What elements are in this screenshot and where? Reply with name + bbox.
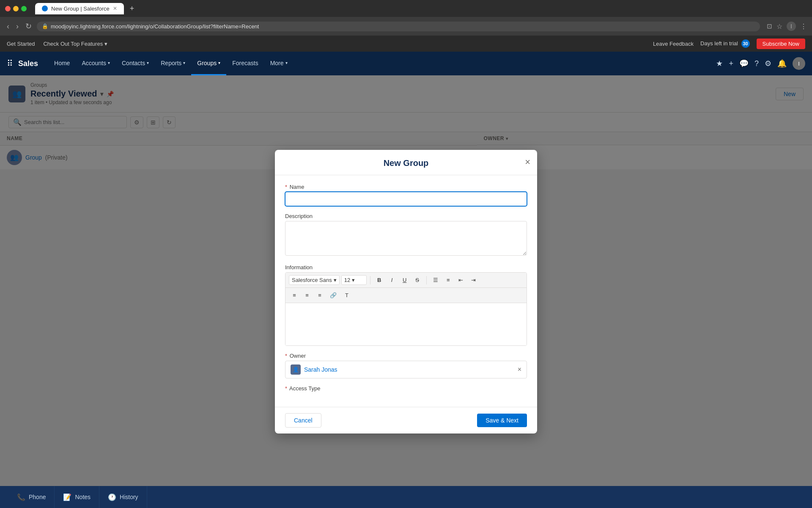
phone-bottom-item[interactable]: 📞 Phone	[8, 486, 55, 508]
nav-item-home[interactable]: Home	[48, 52, 76, 75]
modal-overlay: New Group × * Name Description	[0, 75, 812, 508]
browser-nav-icons: ⊡ ☆ I ⋮	[767, 22, 807, 31]
notes-icon: 📝	[63, 493, 71, 501]
lock-icon: 🔒	[42, 23, 48, 29]
name-input[interactable]	[285, 192, 527, 206]
profile-icon[interactable]: I	[787, 22, 796, 31]
help-icon[interactable]: ?	[754, 59, 759, 68]
nav-label-reports: Reports	[161, 60, 181, 66]
phone-label: Phone	[29, 494, 46, 500]
modal-close-button[interactable]: ×	[525, 157, 530, 168]
nav-label-more: More	[270, 60, 284, 66]
sf-page: 👥 Groups Recently Viewed ▾ 📌 1 item • Up…	[0, 75, 812, 508]
browser-nav: ‹ › ↻ 🔒 moodjoyinc.lightning.force.com/l…	[0, 17, 812, 36]
tab-title: New Group | Salesforce	[51, 6, 110, 12]
history-icon: 🕐	[108, 493, 116, 501]
access-type-field-group: * Access Type	[285, 385, 527, 392]
leave-feedback-link[interactable]: Leave Feedback	[653, 41, 694, 47]
font-family-value: Salesforce Sans	[292, 277, 332, 283]
app-name[interactable]: Sales	[18, 59, 38, 68]
description-textarea[interactable]	[285, 221, 527, 256]
browser-toolbar: Get Started Check Out Top Features ▾ Lea…	[0, 36, 812, 52]
access-type-required-indicator: *	[285, 385, 287, 392]
address-bar[interactable]: 🔒 moodjoyinc.lightning.force.com/lightni…	[37, 22, 760, 31]
nav-item-contacts[interactable]: Contacts ▾	[116, 52, 155, 75]
font-size-select[interactable]: 12 ▾	[341, 275, 367, 285]
top-features-chevron: ▾	[104, 41, 107, 47]
insert-link-button[interactable]: 🔗	[327, 290, 340, 300]
top-features-link[interactable]: Check Out Top Features ▾	[43, 41, 107, 47]
add-icon[interactable]: +	[729, 59, 733, 68]
cancel-button[interactable]: Cancel	[285, 413, 321, 428]
tab-close-button[interactable]: ✕	[113, 6, 117, 11]
contacts-chevron-icon: ▾	[147, 61, 149, 65]
setup-icon[interactable]: ⚙	[765, 59, 771, 68]
align-right-button[interactable]: ≡	[314, 290, 325, 300]
subscribe-now-button[interactable]: Subscribe Now	[757, 39, 805, 49]
modal-header: New Group ×	[275, 150, 537, 175]
notes-bottom-item[interactable]: 📝 Notes	[55, 486, 99, 508]
history-bottom-item[interactable]: 🕐 History	[99, 486, 147, 508]
app-launcher-icon[interactable]: ⠿	[7, 58, 13, 69]
description-field-group: Description	[285, 213, 527, 257]
align-left-button[interactable]: ≡	[289, 290, 300, 300]
browser-tab[interactable]: New Group | Salesforce ✕	[35, 3, 124, 14]
notifications-icon[interactable]: 🔔	[777, 59, 787, 68]
close-dot[interactable]	[5, 6, 11, 11]
new-tab-button[interactable]: +	[130, 4, 134, 13]
italic-button[interactable]: I	[387, 275, 398, 285]
browser-dots	[5, 6, 27, 11]
access-type-label: * Access Type	[285, 385, 527, 392]
minimize-dot[interactable]	[13, 6, 19, 11]
font-size-chevron-icon: ▾	[352, 277, 355, 283]
rte-toolbar-row1: Salesforce Sans ▾ 12 ▾ B I U S	[285, 273, 527, 288]
address-text: moodjoyinc.lightning.force.com/lightning…	[51, 23, 259, 30]
clear-format-button[interactable]: T	[341, 290, 352, 300]
phone-icon: 📞	[17, 493, 25, 501]
rte-divider-1	[370, 276, 370, 284]
owner-required-indicator: *	[285, 353, 287, 359]
get-started-link[interactable]: Get Started	[7, 41, 35, 47]
cast-icon[interactable]: ⊡	[767, 22, 772, 30]
information-field-group: Information Salesforce Sans ▾ 12 ▾	[285, 264, 527, 346]
back-button[interactable]: ‹	[5, 20, 11, 33]
forward-button[interactable]: ›	[14, 20, 20, 33]
user-avatar[interactable]: I	[793, 57, 805, 70]
bookmark-icon[interactable]: ☆	[776, 22, 782, 30]
strikethrough-button[interactable]: S	[412, 275, 423, 285]
more-chevron-icon: ▾	[285, 61, 288, 65]
font-family-select[interactable]: Salesforce Sans ▾	[289, 275, 340, 285]
save-next-button[interactable]: Save & Next	[477, 414, 527, 427]
owner-name-text: Sarah Jonas	[304, 366, 514, 373]
new-group-modal: New Group × * Name Description	[275, 150, 537, 433]
maximize-dot[interactable]	[21, 6, 27, 11]
information-label: Information	[285, 264, 527, 271]
indent-increase-button[interactable]: ⇥	[468, 275, 479, 285]
owner-clear-button[interactable]: ×	[518, 366, 521, 373]
font-size-value: 12	[344, 277, 350, 283]
chatter-icon[interactable]: 💬	[739, 59, 749, 68]
reload-button[interactable]: ↻	[24, 20, 33, 33]
nav-item-groups[interactable]: Groups ▾	[191, 52, 226, 75]
reports-chevron-icon: ▾	[183, 61, 185, 65]
top-features-text: Check Out Top Features	[43, 41, 103, 47]
underline-button[interactable]: U	[399, 275, 410, 285]
align-center-button[interactable]: ≡	[302, 290, 313, 300]
nav-item-accounts[interactable]: Accounts ▾	[76, 52, 116, 75]
nav-item-forecasts[interactable]: Forecasts	[226, 52, 264, 75]
toolbar-left: Get Started Check Out Top Features ▾	[7, 41, 107, 47]
owner-field: 👤 Sarah Jonas ×	[285, 361, 527, 378]
menu-icon[interactable]: ⋮	[800, 22, 807, 30]
rte-content-area[interactable]	[285, 303, 527, 345]
nav-item-reports[interactable]: Reports ▾	[155, 52, 191, 75]
owner-avatar-icon: 👤	[291, 364, 301, 375]
indent-decrease-button[interactable]: ⇤	[455, 275, 466, 285]
modal-body: * Name Description Information	[275, 175, 537, 407]
bullet-list-button[interactable]: ☰	[430, 275, 441, 285]
notes-label: Notes	[75, 494, 91, 500]
favorites-icon[interactable]: ★	[716, 59, 723, 68]
numbered-list-button[interactable]: ≡	[443, 275, 454, 285]
bottom-bar: 📞 Phone 📝 Notes 🕐 History	[0, 486, 812, 508]
bold-button[interactable]: B	[374, 275, 385, 285]
nav-item-more[interactable]: More ▾	[264, 52, 294, 75]
